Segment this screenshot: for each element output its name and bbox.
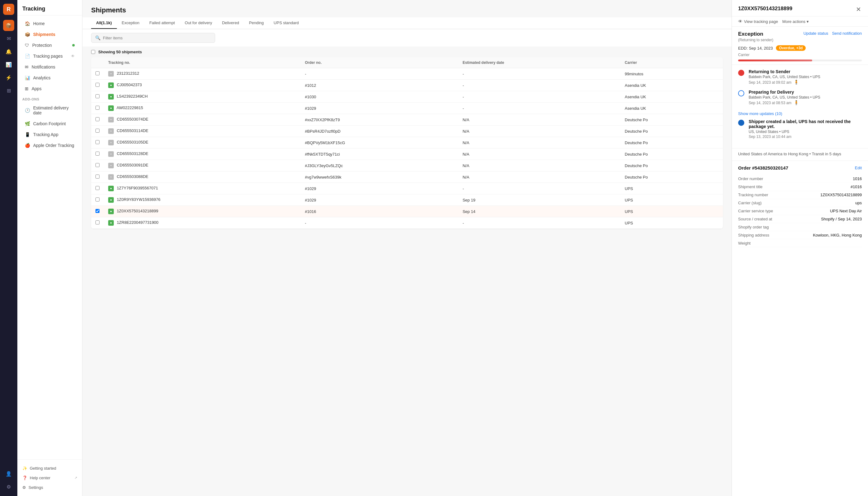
tl-time-2: Sep 14, 2023 at 08:53 am 🧍 [749, 100, 820, 105]
table-row[interactable]: ▪ CD655503128DE #fNk5XTDT5qy71ci N/A Deu… [91, 149, 723, 160]
row-checkbox[interactable] [95, 209, 99, 213]
chevron-down-icon: ▾ [807, 19, 809, 24]
row-carrier: UPS [620, 183, 723, 195]
tracking-number-value: 1Z0XX5750143218899 [117, 208, 158, 213]
carrier-label: Carrier [738, 53, 862, 57]
row-checkbox[interactable] [95, 220, 99, 224]
row-checkbox-cell [91, 217, 104, 229]
nav-chart-icon[interactable]: 📊 [3, 59, 14, 70]
tab-failed-attempt[interactable]: Failed attempt [144, 17, 180, 29]
sidebar-item-settings[interactable]: ⚙ Settings [20, 483, 80, 492]
tracking-number-value: CD655503088DE [117, 174, 149, 179]
order-field-label: Shipping address [738, 233, 769, 237]
table-row[interactable]: ● 1Z7Y76F90395567071 #1029 - UPS [91, 183, 723, 195]
view-tracking-label: View tracking page [744, 19, 778, 24]
table-row[interactable]: ▪ 2312312312 - - 99minutos [91, 68, 723, 80]
row-edd: N/A [458, 171, 620, 183]
row-checkbox[interactable] [95, 174, 99, 179]
nav-profile-icon[interactable]: 👤 [3, 468, 14, 479]
row-checkbox[interactable] [95, 106, 99, 110]
nav-bell-icon[interactable]: 🔔 [3, 46, 14, 57]
table-row[interactable]: ● 1Z0R9Y83YW15936976 #1029 Sep 19 UPS [91, 195, 723, 206]
sidebar-item-help-center[interactable]: ❓ Help center ↗ [20, 473, 80, 483]
row-carrier: UPS [620, 217, 723, 229]
order-field-value: Shopify / Sep 14, 2023 [821, 217, 862, 221]
row-checkbox[interactable] [95, 140, 99, 144]
nav-lightning-icon[interactable]: ⚡ [3, 72, 14, 83]
row-order: #BQPVy5M1bXF15cG [301, 137, 459, 149]
person-icon-2: 🧍 [794, 100, 799, 105]
update-status-button[interactable]: Update status [804, 31, 828, 36]
row-checkbox[interactable] [95, 83, 99, 87]
more-actions-button[interactable]: More actions ▾ [782, 19, 809, 24]
search-input[interactable] [103, 36, 211, 40]
row-checkbox-cell [91, 91, 104, 103]
table-row[interactable]: ● CJ005042373 #1012 - Asendia UK [91, 80, 723, 91]
sidebar-item-carbon[interactable]: 🌿 Carbon Footprint [20, 119, 80, 129]
row-carrier: UPS [620, 206, 723, 217]
tab-ups-standard[interactable]: UPS standard [269, 17, 304, 29]
edit-order-link[interactable]: Edit [855, 166, 862, 170]
table-row[interactable]: ● AW022229815 #1029 - Asendia UK [91, 103, 723, 114]
detail-header: 1Z0XX5750143218899 ✕ [732, 0, 868, 16]
table-row[interactable]: ● 1ZR8E2200497731900 - - UPS [91, 217, 723, 229]
row-carrier: Deutsche Po [620, 126, 723, 137]
row-edd: N/A [458, 137, 620, 149]
row-checkbox-cell [91, 114, 104, 126]
tab-delivered[interactable]: Delivered [217, 17, 244, 29]
getting-started-icon: ✨ [22, 466, 27, 470]
table-row[interactable]: ▪ CD655503088DE #vg7w9wwefxS639k N/A Deu… [91, 171, 723, 183]
row-checkbox[interactable] [95, 186, 99, 190]
table-row[interactable]: ● LS423922349CH #1030 - Asendia UK [91, 91, 723, 103]
row-checkbox-cell [91, 206, 104, 217]
row-carrier: Deutsche Po [620, 160, 723, 171]
order-field-label: Tracking number [738, 192, 768, 197]
table-row[interactable]: ▪ CD655503105DE #BQPVy5M1bXF15cG N/A Deu… [91, 137, 723, 149]
row-checkbox[interactable] [95, 129, 99, 133]
table-row[interactable]: ● 1Z0XX5750143218899 #1016 Sep 14 UPS [91, 206, 723, 217]
timeline-dot-2 [738, 90, 744, 96]
row-tracking: ● 1Z7Y76F90395567071 [104, 183, 301, 195]
nav-settings-icon[interactable]: ⚙ [3, 481, 14, 492]
row-checkbox[interactable] [95, 152, 99, 156]
tab-pending[interactable]: Pending [244, 17, 269, 29]
row-checkbox[interactable] [95, 117, 99, 121]
sidebar-item-edd[interactable]: 🕐 Estimated delivery date [20, 103, 80, 118]
order-field-row: Shopify order tag [738, 223, 862, 231]
tab-all[interactable]: All(1.1k) [91, 17, 117, 29]
tab-out-for-delivery[interactable]: Out for delivery [180, 17, 217, 29]
nav-mail-icon[interactable]: ✉ [3, 33, 14, 44]
col-checkbox [91, 57, 104, 68]
view-tracking-page-link[interactable]: 👁 View tracking page [738, 19, 778, 24]
sidebar-item-apple-tracking[interactable]: 🍎 Apple Order Tracking [20, 140, 80, 151]
tab-exception[interactable]: Exception [117, 17, 144, 29]
close-button[interactable]: ✕ [855, 5, 862, 13]
sidebar-item-protection[interactable]: 🛡 Protection [20, 40, 80, 50]
show-more-updates-link[interactable]: Show more updates (10) [738, 110, 862, 119]
table-row[interactable]: ▪ CD655503091DE #J3GLY3eyGv5LZQc N/A Deu… [91, 160, 723, 171]
sidebar-item-tracking-app[interactable]: 📱 Tracking App [20, 129, 80, 140]
nav-tracking-icon[interactable]: 📦 [3, 20, 14, 31]
sidebar-item-notifications[interactable]: ✉ Notifications [20, 62, 80, 72]
table-row[interactable]: ▪ CD655503074DE #xxZ7lXX2PfK8zT9 N/A Deu… [91, 114, 723, 126]
row-checkbox[interactable] [95, 198, 99, 202]
sidebar-item-getting-started[interactable]: ✨ Getting started [20, 463, 80, 473]
person-icon-1: 🧍 [794, 80, 799, 84]
sidebar-item-apps[interactable]: ⊞ Apps [20, 83, 80, 94]
order-field-row: Order number 1016 [738, 175, 862, 183]
sidebar-item-shipments[interactable]: 📦 Shipments [20, 29, 80, 40]
sidebar-item-analytics[interactable]: 📊 Analytics [20, 73, 80, 83]
nav-grid-icon[interactable]: ⊞ [3, 85, 14, 96]
select-all-checkbox[interactable] [91, 50, 95, 54]
sidebar-item-home[interactable]: 🏠 Home [20, 18, 80, 29]
row-order: #J3GLY3eyGv5LZQc [301, 160, 459, 171]
row-tracking: ● 1Z0XX5750143218899 [104, 206, 301, 217]
row-checkbox[interactable] [95, 71, 99, 75]
sidebar-item-tracking-pages[interactable]: 📄 Tracking pages 👁 [20, 51, 80, 61]
search-bar-wrap: 🔍 [82, 29, 732, 46]
send-notification-button[interactable]: Send notification [832, 31, 862, 36]
row-checkbox[interactable] [95, 94, 99, 98]
row-edd: Sep 19 [458, 195, 620, 206]
table-row[interactable]: ▪ CD655503114DE #BPsR4JD7ozfl0pD N/A Deu… [91, 126, 723, 137]
row-checkbox[interactable] [95, 163, 99, 167]
